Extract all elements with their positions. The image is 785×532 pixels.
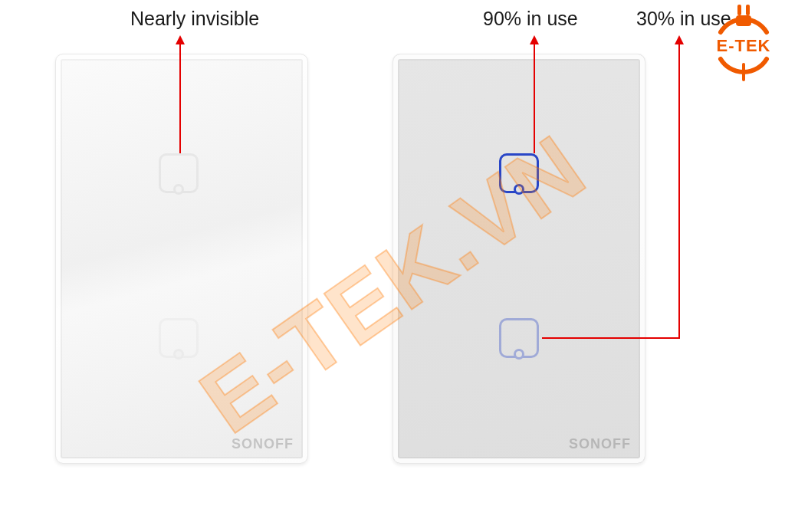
switch-panel-left: SONOFF	[55, 54, 308, 464]
brand-logo-left: SONOFF	[232, 436, 294, 452]
etek-logo-text: E-TEK	[705, 36, 782, 56]
svg-rect-1	[746, 5, 750, 15]
arrow-line-right-bottom-h	[542, 337, 680, 339]
touch-button-blue-top	[499, 153, 539, 193]
arrow-line-right-top	[534, 43, 535, 153]
arrow-line-right-bottom-v	[678, 43, 680, 339]
touch-button-blue-bottom	[499, 318, 539, 358]
arrow-head-right-bottom	[675, 35, 684, 44]
brand-logo-right: SONOFF	[569, 436, 631, 452]
arrow-line-left	[179, 43, 181, 153]
svg-rect-2	[736, 15, 751, 26]
touch-button-faint-bottom	[159, 318, 199, 358]
etek-logo: E-TEK	[705, 2, 782, 82]
svg-rect-0	[737, 5, 741, 15]
label-90-in-use: 90% in use	[483, 8, 578, 30]
touch-button-faint-top	[159, 153, 199, 193]
label-nearly-invisible: Nearly invisible	[130, 8, 259, 30]
switch-panel-right: SONOFF	[392, 54, 645, 464]
